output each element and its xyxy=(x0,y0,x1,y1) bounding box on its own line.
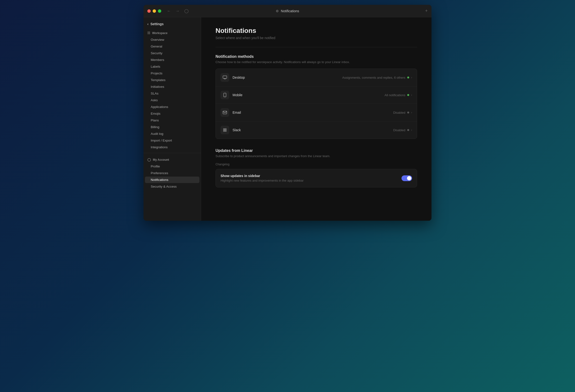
notification-methods-desc: Choose how to be notified for worskpace … xyxy=(216,60,417,64)
toggle-card-left: Show updates in sidebar Highlight new fe… xyxy=(220,174,304,182)
updates-title: Updates from Linear xyxy=(216,148,417,153)
notification-row-mobile[interactable]: Mobile All notifications › xyxy=(216,86,417,104)
changelog-label: Changelog xyxy=(216,163,417,166)
slack-chevron-icon: › xyxy=(411,128,412,132)
mobile-status: All notifications xyxy=(384,93,409,97)
svg-rect-7 xyxy=(225,130,226,132)
sidebar-item-integrations[interactable]: Integrations xyxy=(145,144,199,150)
workspace-label: Workspace xyxy=(152,31,168,35)
sidebar-item-security-access[interactable]: Security & Access xyxy=(145,183,199,190)
sidebar-item-overview[interactable]: Overview xyxy=(145,36,199,43)
page-subtitle: Select where and when you'll be notified xyxy=(216,36,417,40)
updates-section: Updates from Linear Subscribe to product… xyxy=(216,148,417,187)
sidebar-item-plans[interactable]: Plans xyxy=(145,117,199,124)
sidebar-item-asks[interactable]: Asks xyxy=(145,97,199,103)
toggle-desc: Highlight new features and improvements … xyxy=(220,179,304,182)
nav-controls: ← → ◯ xyxy=(166,8,190,14)
email-status-dot xyxy=(407,112,409,114)
sidebar-item-emojis[interactable]: Emojis xyxy=(145,110,199,117)
add-button[interactable]: + xyxy=(425,8,428,13)
sidebar-item-security[interactable]: Security xyxy=(145,50,199,56)
main-layout: ‹ Settings ☷ Workspace Overview General … xyxy=(144,17,431,221)
desktop-chevron-icon: › xyxy=(411,76,412,79)
mobile-label: Mobile xyxy=(233,93,384,97)
main-content: Notifications Select where and when you'… xyxy=(201,17,431,221)
chevron-left-icon: ‹ xyxy=(147,22,148,26)
gear-icon: ⚙ xyxy=(276,9,279,13)
sidebar-item-applications[interactable]: Applications xyxy=(145,104,199,110)
email-icon xyxy=(220,108,229,117)
page-title: Notifications xyxy=(216,27,417,35)
forward-nav-button[interactable]: → xyxy=(175,8,180,14)
person-icon: ◯ xyxy=(147,158,151,161)
traffic-lights xyxy=(147,9,161,13)
sidebar-item-projects[interactable]: Projects xyxy=(145,70,199,76)
svg-rect-4 xyxy=(223,129,225,130)
sidebar-divider xyxy=(144,153,201,153)
notification-methods-card: Desktop Assignments, comments and replie… xyxy=(216,69,417,139)
desktop-status: Assignments, comments and replies, 6 oth… xyxy=(342,76,409,79)
close-button[interactable] xyxy=(147,9,151,13)
section-divider xyxy=(216,47,417,47)
sidebar-item-billing[interactable]: Billing xyxy=(145,124,199,130)
mobile-status-text: All notifications xyxy=(384,93,405,97)
mobile-chevron-icon: › xyxy=(411,93,412,97)
app-window: ← → ◯ ⚙ Notifications + ‹ Settings ☷ Wor… xyxy=(144,5,431,221)
svg-rect-0 xyxy=(223,76,227,78)
email-status: Disabled xyxy=(393,111,409,115)
email-status-text: Disabled xyxy=(393,111,405,115)
notification-row-slack[interactable]: Slack Disabled › xyxy=(216,121,417,139)
slack-label: Slack xyxy=(233,128,393,132)
slack-status-text: Disabled xyxy=(393,128,405,132)
sidebar-item-import-export[interactable]: Import / Export xyxy=(145,137,199,144)
sidebar-item-profile[interactable]: Profile xyxy=(145,163,199,170)
back-to-settings[interactable]: ‹ Settings xyxy=(144,20,201,29)
minimize-button[interactable] xyxy=(153,9,156,13)
notification-methods-title: Notification methods xyxy=(216,54,417,59)
desktop-status-dot xyxy=(407,76,409,78)
desktop-label: Desktop xyxy=(233,76,342,79)
desktop-status-text: Assignments, comments and replies, 6 oth… xyxy=(342,76,405,79)
svg-point-2 xyxy=(225,96,225,97)
show-updates-card: Show updates in sidebar Highlight new fe… xyxy=(216,169,417,187)
email-chevron-icon: › xyxy=(411,111,412,114)
toggle-title: Show updates in sidebar xyxy=(220,174,304,178)
history-button[interactable]: ◯ xyxy=(183,8,190,14)
titlebar: ← → ◯ ⚙ Notifications + xyxy=(144,5,431,17)
back-label: Settings xyxy=(150,22,164,26)
sidebar-item-general[interactable]: General xyxy=(145,43,199,50)
email-label: Email xyxy=(233,111,393,115)
sidebar-item-slas[interactable]: SLAs xyxy=(145,90,199,97)
notification-row-email[interactable]: Email Disabled › xyxy=(216,104,417,121)
sidebar-item-audit-log[interactable]: Audit log xyxy=(145,131,199,137)
sidebar-item-templates[interactable]: Templates xyxy=(145,77,199,83)
slack-status-dot xyxy=(407,129,409,131)
sidebar-item-initiatives[interactable]: Initiatives xyxy=(145,84,199,90)
mobile-icon xyxy=(220,91,229,99)
slack-icon xyxy=(220,126,229,134)
titlebar-center: ⚙ Notifications xyxy=(276,9,299,13)
maximize-button[interactable] xyxy=(158,9,161,13)
updates-desc: Subscribe to product announcements and i… xyxy=(216,154,417,158)
sidebar-item-members[interactable]: Members xyxy=(145,57,199,63)
slack-status: Disabled xyxy=(393,128,409,132)
grid-icon: ☷ xyxy=(147,31,150,35)
svg-rect-3 xyxy=(223,111,227,114)
notification-row-desktop[interactable]: Desktop Assignments, comments and replie… xyxy=(216,69,417,86)
sidebar-item-notifications[interactable]: Notifications xyxy=(145,177,199,183)
desktop-icon xyxy=(220,73,229,82)
svg-rect-5 xyxy=(225,129,226,130)
back-nav-button[interactable]: ← xyxy=(166,8,172,14)
mobile-status-dot xyxy=(407,94,409,96)
window-title: Notifications xyxy=(281,9,299,13)
sidebar-item-preferences[interactable]: Preferences xyxy=(145,170,199,176)
show-updates-toggle[interactable] xyxy=(402,175,412,181)
sidebar-item-labels[interactable]: Labels xyxy=(145,63,199,70)
svg-rect-6 xyxy=(223,130,225,132)
myaccount-section-header: ◯ My Account xyxy=(144,156,201,163)
myaccount-label: My Account xyxy=(153,158,169,161)
sidebar: ‹ Settings ☷ Workspace Overview General … xyxy=(144,17,201,221)
workspace-section-header: ☷ Workspace xyxy=(144,29,201,36)
